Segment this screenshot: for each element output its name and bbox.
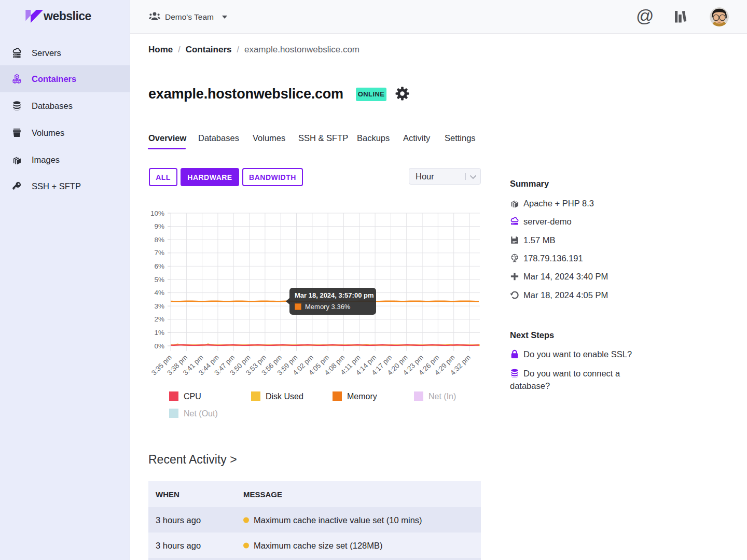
svg-text:9%: 9% [154, 222, 164, 230]
svg-text:6%: 6% [154, 262, 164, 270]
svg-text:5%: 5% [154, 276, 164, 284]
svg-text:7%: 7% [154, 249, 164, 257]
svg-text:3%: 3% [154, 302, 164, 310]
svg-text:0%: 0% [154, 342, 164, 350]
svg-text:2%: 2% [154, 315, 164, 323]
svg-text:8%: 8% [154, 236, 164, 244]
svg-text:1%: 1% [154, 329, 164, 337]
svg-text:10%: 10% [150, 209, 164, 217]
svg-text:4%: 4% [154, 289, 164, 297]
